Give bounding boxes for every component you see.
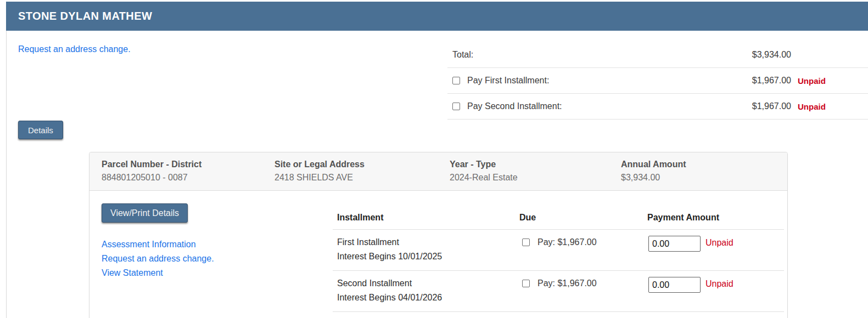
first-payment-amount-input[interactable] [648,236,701,252]
taxpayer-header-bar: STONE DYLAN MATHEW [6,2,868,31]
assessment-information-link[interactable]: Assessment Information [102,237,214,252]
parcel-links: Assessment Information Request an addres… [102,237,214,280]
summary-total-row: Total: $3,934.00 [447,42,868,68]
total-amount: $3,934.00 [731,50,791,60]
row-pay-second-label: Pay: $1,967.00 [537,279,597,288]
summary-second-installment-row: Pay Second Installment: $1,967.00 Unpaid [447,94,868,120]
annual-amount-column: Annual Amount $3,934.00 [621,160,787,183]
details-button[interactable]: Details [18,121,63,139]
taxpayer-page: STONE DYLAN MATHEW Request an address ch… [0,0,868,318]
pay-second-installment-checkbox[interactable] [452,103,460,110]
payment-amount-column-header: Payment Amount [647,213,784,223]
panel-left-border [6,2,7,318]
annual-amount-label: Annual Amount [621,160,787,169]
parcel-card-body: View/Print Details Assessment Informatio… [89,191,787,318]
second-installment-amount: $1,967.00 [731,101,791,111]
installments-table: Installment Due Payment Amount First Ins… [333,206,784,312]
second-installment-status-badge: Unpaid [791,102,868,111]
year-type-label: Year - Type [450,160,621,169]
summary-first-installment-row: Pay First Installment: $1,967.00 Unpaid [447,68,868,94]
year-type-value: 2024-Real Estate [450,173,621,183]
parcel-details-card: Parcel Number - District 884801205010 - … [89,152,788,318]
table-row-first-installment: First Installment Interest Begins 10/01/… [333,230,784,271]
table-row-second-installment: Second Installment Interest Begins 04/01… [333,271,784,312]
page-title: STONE DYLAN MATHEW [6,10,152,22]
year-type-column: Year - Type 2024-Real Estate [450,160,621,183]
first-installment-status-badge: Unpaid [791,76,868,86]
parcel-number-column: Parcel Number - District 884801205010 - … [102,160,275,183]
second-installment-interest: Interest Begins 04/01/2026 [337,291,519,305]
installments-table-header: Installment Due Payment Amount [333,206,784,230]
row-pay-first-label: Pay: $1,967.00 [537,237,597,247]
site-address-value: 2418 SHIELDS AVE [275,173,450,183]
pay-first-installment-label: Pay First Installment: [467,76,549,86]
row-second-status-badge: Unpaid [705,279,733,289]
installment-column-header: Installment [333,213,519,223]
site-address-label: Site or Legal Address [275,160,450,169]
due-column-header: Due [519,213,647,223]
annual-amount-value: $3,934.00 [621,173,787,183]
first-installment-amount: $1,967.00 [731,76,791,86]
pay-first-installment-checkbox[interactable] [452,77,460,84]
site-address-column: Site or Legal Address 2418 SHIELDS AVE [275,160,450,183]
total-label: Total: [452,50,473,60]
parcel-number-value: 884801205010 - 0087 [102,173,275,183]
pay-second-installment-label: Pay Second Installment: [467,101,562,111]
view-statement-link[interactable]: View Statement [102,266,214,280]
address-change-link-top[interactable]: Request an address change. [18,44,131,54]
second-payment-amount-input[interactable] [648,277,701,293]
second-installment-name: Second Installment [337,276,519,291]
row-pay-second-checkbox[interactable] [522,280,530,287]
row-first-status-badge: Unpaid [705,238,733,248]
parcel-summary-header: Parcel Number - District 884801205010 - … [89,152,787,191]
payment-summary: Total: $3,934.00 Pay First Installment: … [447,42,868,120]
address-change-link-card[interactable]: Request an address change. [102,252,214,266]
view-print-details-button[interactable]: View/Print Details [102,203,188,223]
first-installment-interest: Interest Begins 10/01/2025 [337,249,519,264]
parcel-number-label: Parcel Number - District [102,160,275,169]
row-pay-first-checkbox[interactable] [522,238,530,246]
first-installment-name: First Installment [337,235,519,249]
